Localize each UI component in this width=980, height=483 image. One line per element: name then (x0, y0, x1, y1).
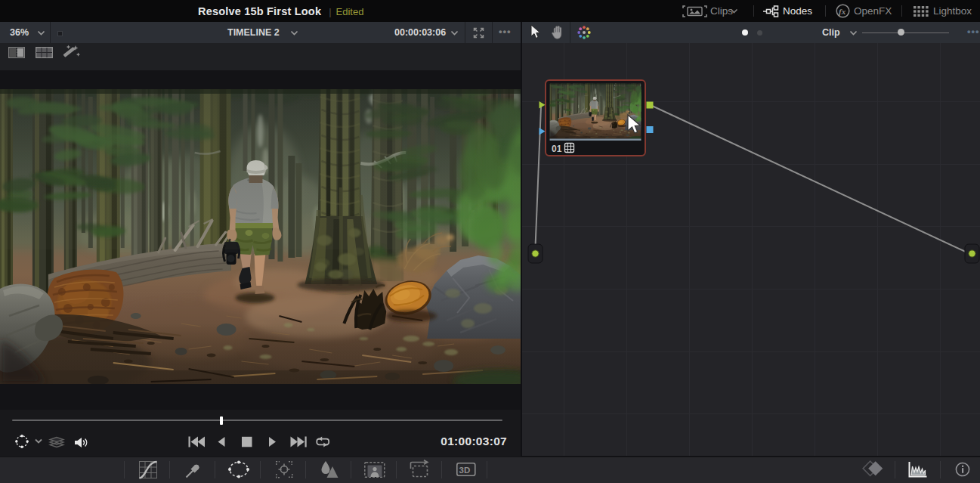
svg-text:3D: 3D (459, 466, 471, 475)
svg-text:01: 01 (552, 144, 562, 154)
svg-text:fx: fx (839, 7, 846, 16)
